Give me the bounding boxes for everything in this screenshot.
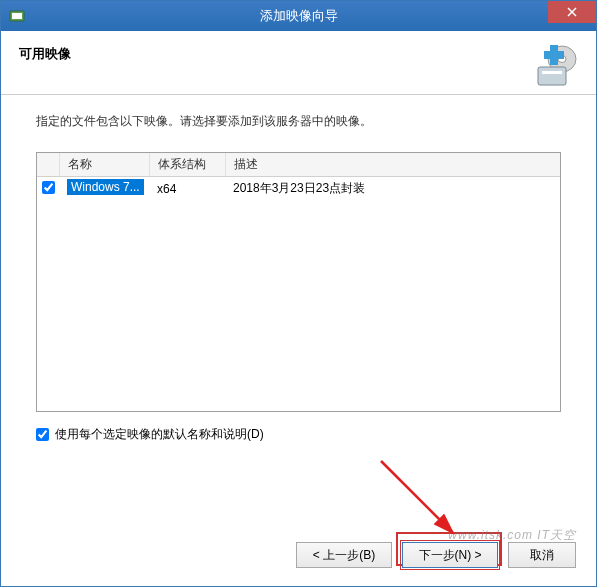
titlebar: 添加映像向导 [1,1,596,31]
app-icon [9,8,25,24]
column-header-arch[interactable]: 体系结构 [149,153,225,177]
svg-line-10 [381,461,453,533]
row-name: Windows 7... [67,179,144,195]
column-header-desc[interactable]: 描述 [225,153,560,177]
next-button[interactable]: 下一步(N) > [402,542,498,568]
table-header-row: 名称 体系结构 描述 [37,153,560,177]
row-checkbox[interactable] [42,181,55,194]
svg-rect-7 [542,71,562,74]
close-icon [567,7,577,17]
wizard-header: 可用映像 [1,31,596,95]
table-row[interactable]: Windows 7... x64 2018年3月23日23点封装 [37,177,560,201]
page-title: 可用映像 [19,43,71,63]
svg-rect-1 [12,13,22,19]
button-row: < 上一步(B) 下一步(N) > 取消 [296,542,576,568]
image-wizard-icon [532,43,578,89]
back-button[interactable]: < 上一步(B) [296,542,392,568]
window-title: 添加映像向导 [260,7,338,25]
use-default-label: 使用每个选定映像的默认名称和说明(D) [55,426,264,443]
svg-rect-6 [538,67,566,85]
row-arch: x64 [149,177,225,201]
use-default-checkbox[interactable] [36,428,49,441]
row-name-cell[interactable]: Windows 7... [59,177,149,201]
svg-rect-9 [544,51,564,59]
cancel-button[interactable]: 取消 [508,542,576,568]
content-area: 指定的文件包含以下映像。请选择要添加到该服务器中的映像。 名称 体系结构 描述 [1,95,596,453]
use-default-option[interactable]: 使用每个选定映像的默认名称和说明(D) [36,426,561,443]
instruction-text: 指定的文件包含以下映像。请选择要添加到该服务器中的映像。 [36,113,561,130]
image-table[interactable]: 名称 体系结构 描述 Windows 7... x64 2018年3月23日23… [36,152,561,412]
column-header-check[interactable] [37,153,59,177]
column-header-name[interactable]: 名称 [59,153,149,177]
row-checkbox-cell [37,177,59,201]
row-desc: 2018年3月23日23点封装 [225,177,560,201]
wizard-window: 添加映像向导 可用映像 指定的文件包含以下映像。请选择要添加到该服务器中的映像。 [0,0,597,587]
close-button[interactable] [548,1,596,23]
